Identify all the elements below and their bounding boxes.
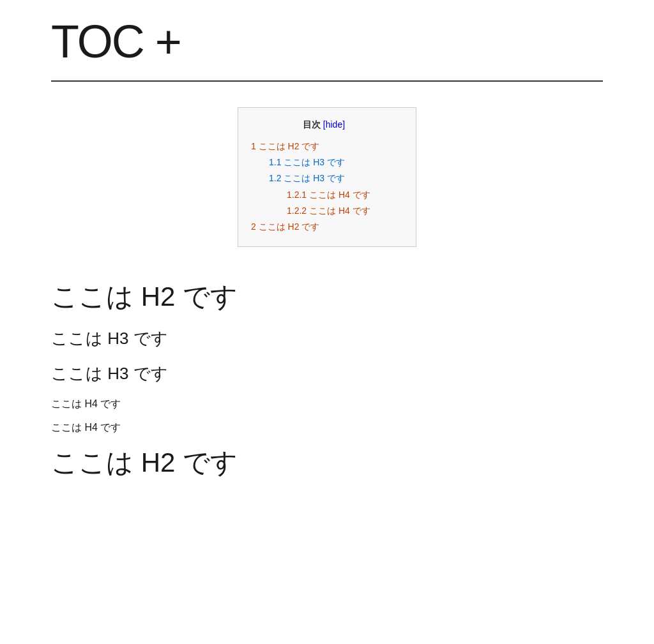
toc-list: 1 ここは H2 です 1.1 ここは H3 です 1.2 ここは H3 です …: [251, 139, 397, 235]
toc-box: 目次 [hide] 1 ここは H2 です 1.1 ここは H3 です 1.2 …: [238, 107, 416, 247]
heading-h2-1: ここは H2 です: [51, 279, 603, 315]
toc-link-1-2-2[interactable]: 1.2.2 ここは H4 です: [287, 206, 370, 216]
toc-item: 1.2.2 ここは H4 です: [251, 203, 397, 219]
toc-container: 目次 [hide] 1 ここは H2 です 1.1 ここは H3 です 1.2 …: [51, 107, 603, 247]
divider: [51, 80, 603, 82]
toc-item: 1.1 ここは H3 です: [251, 154, 397, 170]
heading-h3-1-1: ここは H3 です: [51, 327, 603, 350]
toc-link-1-2[interactable]: 1.2 ここは H3 です: [269, 173, 345, 183]
toc-title: 目次 [hide]: [251, 119, 397, 131]
toc-link-1-1[interactable]: 1.1 ここは H3 です: [269, 157, 345, 167]
heading-h3-1-2: ここは H3 です: [51, 363, 603, 385]
heading-h2-2: ここは H2 です: [51, 445, 603, 481]
page-title: TOC +: [51, 0, 603, 80]
toc-hide-link[interactable]: [hide]: [323, 119, 345, 130]
toc-link-1-2-1[interactable]: 1.2.1 ここは H4 です: [287, 190, 370, 200]
toc-item: 1.2.1 ここは H4 です: [251, 187, 397, 203]
toc-link-2[interactable]: 2 ここは H2 です: [251, 221, 319, 232]
toc-label: 目次: [303, 119, 321, 130]
toc-link-1[interactable]: 1 ここは H2 です: [251, 141, 319, 151]
content-section: ここは H2 です ここは H3 です ここは H3 です ここは H4 です …: [51, 279, 603, 481]
toc-item: 2 ここは H2 です: [251, 219, 397, 235]
toc-item: 1 ここは H2 です: [251, 139, 397, 154]
heading-h4-1-2-2: ここは H4 です: [51, 421, 603, 435]
toc-item: 1.2 ここは H3 です: [251, 170, 397, 186]
heading-h4-1-2-1: ここは H4 です: [51, 398, 603, 411]
